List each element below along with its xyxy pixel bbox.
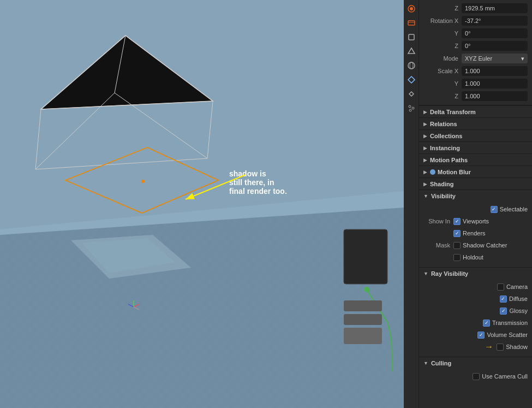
visibility-arrow: ▼: [423, 193, 428, 199]
instancing-arrow: ▶: [423, 145, 427, 151]
culling-content: Use Camera Cull: [419, 369, 532, 386]
ray-visibility-content: Camera Diffuse Glossy Transmission: [419, 279, 532, 357]
view-layer-icon[interactable]: [405, 31, 418, 44]
shadow-catcher-checkbox[interactable]: [453, 242, 461, 249]
visibility-title: Visibility: [431, 193, 456, 199]
culling-header[interactable]: ▼ Culling: [419, 357, 532, 369]
scale-x-label: Scale X: [423, 68, 462, 74]
collections-header[interactable]: ▶ Collections: [419, 129, 532, 141]
properties-panel: Z 1929.5 mm Rotation X -37.2° Y 0° Z 0° …: [419, 0, 532, 408]
rotation-x-value[interactable]: -37.2°: [462, 16, 528, 26]
render-properties-icon[interactable]: [405, 2, 418, 15]
instancing-title: Instancing: [430, 145, 460, 151]
volume-scatter-checkbox[interactable]: [477, 332, 485, 339]
selectable-checkbox[interactable]: [491, 206, 498, 213]
svg-point-32: [141, 180, 145, 183]
shadow-catcher-label: Shadow Catcher: [463, 242, 507, 249]
scale-y-value[interactable]: 1.000: [462, 79, 528, 88]
delta-transform-header[interactable]: ▶ Delta Transform: [419, 105, 532, 117]
rotation-z-label: Z: [423, 43, 462, 49]
glossy-label: Glossy: [509, 308, 528, 314]
diffuse-label: Diffuse: [509, 295, 528, 302]
shading-arrow: ▶: [423, 181, 427, 187]
motion-blur-title: Motion Blur: [438, 169, 471, 175]
show-in-label: Show In: [423, 218, 453, 224]
ray-visibility-title: Ray Visibility: [431, 270, 468, 277]
mode-label: Mode: [423, 55, 462, 62]
ray-visibility-arrow: ▼: [423, 271, 428, 276]
svg-marker-19: [0, 0, 404, 235]
relations-header[interactable]: ▶ Relations: [419, 117, 532, 129]
culling-title: Culling: [431, 360, 451, 366]
delta-transform-title: Delta Transform: [430, 109, 476, 115]
scene-icon[interactable]: [405, 45, 418, 58]
shading-header[interactable]: ▶ Shading: [419, 178, 532, 190]
use-camera-cull-label: Use Camera Cull: [482, 373, 528, 380]
instancing-header[interactable]: ▶ Instancing: [419, 141, 532, 153]
camera-checkbox[interactable]: [497, 283, 504, 291]
scale-z-value[interactable]: 1.000: [462, 91, 528, 101]
relations-title: Relations: [430, 121, 457, 127]
use-camera-cull-checkbox[interactable]: [473, 373, 480, 380]
motion-blur-header[interactable]: ▶ Motion Blur: [419, 165, 532, 178]
scale-x-value[interactable]: 1.000: [462, 66, 528, 76]
svg-marker-50: [408, 48, 415, 54]
svg-rect-35: [344, 300, 382, 311]
mode-select[interactable]: XYZ Euler ▾: [462, 54, 528, 63]
svg-point-55: [412, 107, 414, 109]
svg-rect-37: [344, 328, 382, 344]
shadow-label: Shadow: [506, 344, 528, 350]
motion-blur-arrow: ▶: [423, 169, 427, 175]
svg-point-54: [409, 105, 411, 108]
shading-title: Shading: [430, 181, 453, 187]
shadow-checkbox[interactable]: [497, 344, 504, 351]
z-coord-value[interactable]: 1929.5 mm: [462, 3, 528, 13]
motion-paths-title: Motion Paths: [430, 157, 468, 163]
holdout-checkbox[interactable]: [453, 254, 461, 261]
volume-scatter-label: Volume Scatter: [487, 332, 528, 338]
culling-arrow: ▼: [423, 360, 428, 366]
svg-marker-53: [408, 76, 415, 83]
delta-transform-arrow: ▶: [423, 109, 427, 115]
world-icon[interactable]: [405, 59, 418, 72]
svg-point-52: [410, 62, 413, 69]
selectable-label: Selectable: [500, 206, 528, 212]
rotation-y-label: Y: [423, 30, 462, 37]
transmission-label: Transmission: [492, 320, 528, 326]
svg-line-43: [128, 304, 134, 307]
rotation-x-label: Rotation X: [423, 17, 462, 24]
output-properties-icon[interactable]: [405, 16, 418, 29]
collections-arrow: ▶: [423, 133, 427, 139]
viewport-area[interactable]: shadow is still there, in final render t…: [0, 0, 404, 408]
visibility-header[interactable]: ▼ Visibility: [419, 190, 532, 202]
viewports-checkbox[interactable]: [453, 218, 461, 225]
modifier-icon[interactable]: [405, 87, 418, 100]
object-properties-icon[interactable]: [405, 73, 418, 86]
rotation-y-value[interactable]: 0°: [462, 28, 528, 38]
motion-paths-header[interactable]: ▶ Motion Paths: [419, 153, 532, 165]
collections-title: Collections: [430, 133, 462, 139]
mask-label: Mask: [423, 242, 453, 249]
diffuse-checkbox[interactable]: [500, 295, 507, 303]
svg-rect-36: [344, 314, 382, 325]
particles-icon[interactable]: [405, 102, 418, 115]
relations-arrow: ▶: [423, 121, 427, 127]
viewports-label: Viewports: [463, 218, 489, 224]
camera-label: Camera: [506, 283, 528, 290]
viewport-gizmo: [125, 299, 142, 315]
glossy-checkbox[interactable]: [500, 308, 507, 315]
svg-point-46: [410, 7, 413, 10]
svg-line-41: [134, 304, 139, 307]
svg-line-42: [134, 307, 139, 310]
renders-checkbox[interactable]: [453, 230, 461, 237]
ray-visibility-header[interactable]: ▼ Ray Visibility: [419, 267, 532, 279]
shadow-arrow-indicator: →: [485, 342, 493, 352]
transmission-checkbox[interactable]: [483, 320, 490, 327]
scale-z-label: Z: [423, 93, 462, 99]
svg-rect-47: [408, 21, 415, 25]
z-coord-label: Z: [423, 5, 462, 11]
rotation-z-value[interactable]: 0°: [462, 41, 528, 51]
svg-rect-49: [409, 34, 414, 40]
holdout-label: Holdout: [463, 254, 483, 261]
motion-blur-dot: [430, 169, 435, 175]
